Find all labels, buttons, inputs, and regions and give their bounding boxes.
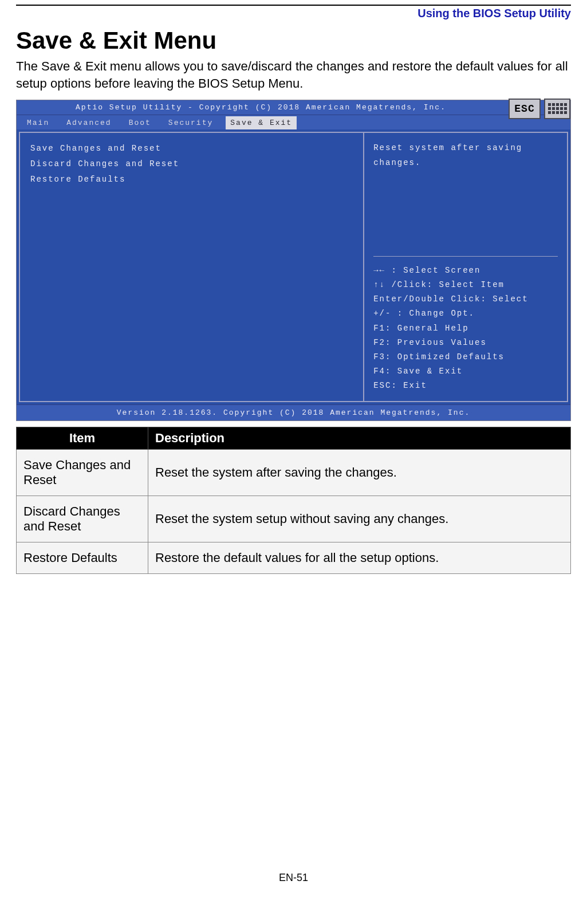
breadcrumb: Using the BIOS Setup Utility <box>16 6 571 23</box>
cell-item: Restore Defaults <box>17 542 148 574</box>
keyboard-icon[interactable] <box>544 99 570 119</box>
tab-advanced[interactable]: Advanced <box>62 116 116 129</box>
key-help-6: F3: Optimized Defaults <box>373 350 558 364</box>
key-help-5: F2: Previous Values <box>373 336 558 350</box>
menu-item-save-changes[interactable]: Save Changes and Reset <box>30 141 353 156</box>
key-help-7: F4: Save & Exit <box>373 364 558 379</box>
key-help-3: +/- : Change Opt. <box>373 306 558 321</box>
key-help-4: F1: General Help <box>373 321 558 336</box>
menu-item-discard-changes[interactable]: Discard Changes and Reset <box>30 156 353 172</box>
table-header-description: Description <box>148 427 571 450</box>
cell-desc: Reset the system after saving the change… <box>148 450 571 496</box>
cell-item: Discard Changes and Reset <box>17 496 148 542</box>
page-number: EN-51 <box>16 872 571 895</box>
bios-tab-bar: Main Advanced Boot Security Save & Exit <box>17 115 570 129</box>
bios-menu-pane: Save Changes and Reset Discard Changes a… <box>19 132 363 402</box>
key-help-8: ESC: Exit <box>373 379 558 393</box>
description-table: Item Description Save Changes and Reset … <box>16 427 571 574</box>
tab-save-exit[interactable]: Save & Exit <box>226 116 297 129</box>
bios-screenshot: Aptio Setup Utility - Copyright (C) 2018… <box>16 100 571 421</box>
tab-boot[interactable]: Boot <box>124 116 156 129</box>
table-row: Restore Defaults Restore the default val… <box>17 542 571 574</box>
menu-item-restore-defaults[interactable]: Restore Defaults <box>30 172 353 187</box>
intro-text: The Save & Exit menu allows you to save/… <box>16 58 571 92</box>
tab-main[interactable]: Main <box>22 116 54 129</box>
table-row: Save Changes and Reset Reset the system … <box>17 450 571 496</box>
bios-item-help: Reset system after saving changes. <box>373 141 558 170</box>
key-help-0: →← : Select Screen <box>373 264 558 278</box>
cell-desc: Restore the default values for all the s… <box>148 542 571 574</box>
bios-help-pane: Reset system after saving changes. →← : … <box>363 132 568 402</box>
cell-desc: Reset the system setup without saving an… <box>148 496 571 542</box>
page-title: Save & Exit Menu <box>16 27 571 54</box>
esc-button[interactable]: ESC <box>509 99 541 119</box>
table-row: Discard Changes and Reset Reset the syst… <box>17 496 571 542</box>
tab-security[interactable]: Security <box>164 116 218 129</box>
key-help-2: Enter/Double Click: Select <box>373 292 558 306</box>
bios-utility-title: Aptio Setup Utility - Copyright (C) 2018… <box>17 103 505 112</box>
cell-item: Save Changes and Reset <box>17 450 148 496</box>
bios-version-footer: Version 2.18.1263. Copyright (C) 2018 Am… <box>17 404 570 420</box>
key-help-1: ↑↓ /Click: Select Item <box>373 278 558 292</box>
table-header-item: Item <box>17 427 148 450</box>
